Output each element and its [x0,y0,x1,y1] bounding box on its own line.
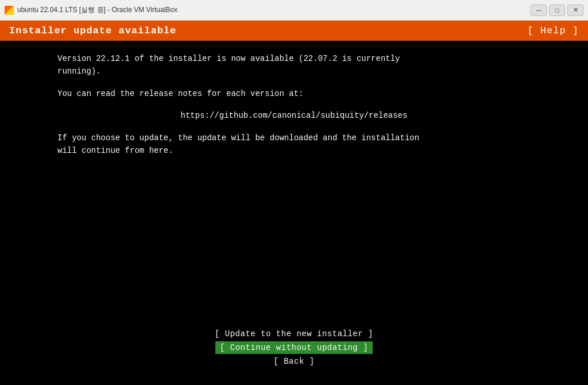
content-area: Version 22.12.1 of the installer is now … [0,41,588,328]
window-title: ubuntu 22.04.1 LTS [실행 중] - Oracle VM Vi… [17,5,527,15]
version-notice: Version 22.12.1 of the installer is now … [57,52,531,78]
installer-update-title: Installer update available [9,25,176,36]
update-button[interactable]: [ Update to the new installer ] [210,328,378,340]
virtualbox-icon [5,6,14,15]
back-button[interactable]: [ Back ] [269,355,319,368]
header-bar: Installer update available [ Help ] [0,21,588,41]
window-chrome: ubuntu 22.04.1 LTS [실행 중] - Oracle VM Vi… [0,0,588,21]
close-button[interactable]: ✕ [567,5,583,16]
restore-button[interactable]: □ [549,5,565,16]
vm-display-area: Installer update available [ Help ] Vers… [0,21,588,385]
window-controls: ─ □ ✕ [531,5,583,16]
release-notes-link[interactable]: https://github.com/canonical/subiquity/r… [57,109,531,122]
update-description: If you choose to update, the update will… [57,132,531,157]
continue-without-updating-button[interactable]: [ Continue without updating ] [215,341,373,354]
release-notes-intro: You can read the release notes for each … [57,87,531,100]
buttons-area: [ Update to the new installer ] [ Contin… [0,328,588,385]
minimize-button[interactable]: ─ [531,5,547,16]
help-button[interactable]: [ Help ] [527,25,579,36]
